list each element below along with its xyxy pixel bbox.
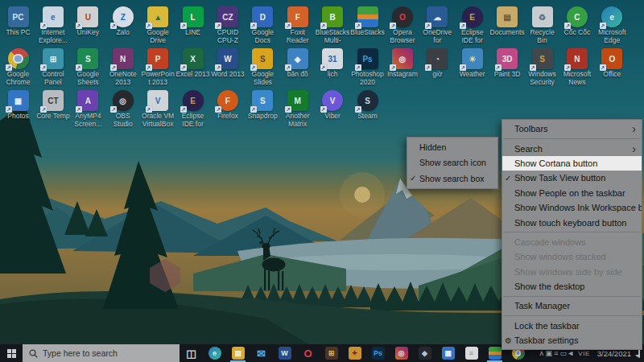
desktop-icon-weather[interactable]: ☀↗Weather — [455, 48, 489, 88]
desktop-icon-recycle-bin[interactable]: ♻Recycle Bin — [525, 6, 559, 47]
desktop-icon-internet-explore[interactable]: e↗Internet Explore... — [35, 6, 70, 47]
menu-item-show-touch-keyboard-button[interactable]: Show touch keyboard button — [502, 215, 642, 229]
menu-item-show-windows-ink-workspace-button[interactable]: Show Windows Ink Workspace button — [502, 200, 642, 215]
desktop-icon-core-temp[interactable]: CT↗Core Temp — [35, 90, 70, 130]
desktop-icon-zalo[interactable]: Z↗Zalo — [105, 6, 140, 47]
menu-separator — [503, 232, 641, 232]
desktop-icon-oracle-vm-virtualbox[interactable]: V↗Oracle VM VirtualBox — [141, 90, 175, 130]
menu-item-toolbars[interactable]: Toolbars› — [502, 121, 642, 136]
desktop-icon-lich[interactable]: 31↗lịch — [316, 48, 350, 88]
desktop-icon-control-panel[interactable]: ⊞↗Control Panel — [35, 48, 70, 88]
desktop-icon-anymp4-screen[interactable]: A↗AnyMP4 Screen... — [71, 90, 105, 130]
desktop-icon-google-docs[interactable]: D↗Google Docs — [246, 6, 280, 47]
desktop-icon-unikey[interactable]: U↗UniKey — [71, 6, 105, 47]
menu-item-show-search-box[interactable]: ✓Show search box — [407, 171, 497, 187]
desktop-icon-viber[interactable]: V↗Viber — [316, 90, 350, 130]
desktop-icon-powerpoint-2013[interactable]: P↗PowerPoint 2013 — [141, 48, 175, 88]
tray-icon-people[interactable]: ▣ — [545, 349, 552, 357]
tray-chevron-icon[interactable]: ∧ — [538, 349, 545, 357]
desktop-icon-this-pc[interactable]: PCThis PC — [1, 6, 35, 47]
taskbar-app-virtualbox[interactable]: ◆ — [413, 344, 436, 362]
tray-icon-pen[interactable]: ≡ — [552, 349, 559, 357]
desktop-icon-microsoft-news[interactable]: N↗Microsoft News — [559, 48, 594, 88]
desktop-icon-windows-security[interactable]: S↗Windows Security — [525, 48, 559, 88]
desktop-icon-google-sheets[interactable]: S↗Google Sheets — [71, 48, 105, 88]
shortcut-arrow-icon: ↗ — [110, 106, 117, 113]
taskbar-app-mail[interactable]: ✉ — [250, 344, 273, 362]
desktop-icon-office[interactable]: O↗Office — [595, 48, 630, 88]
desktop-icon-photos[interactable]: ▦↗Photos — [1, 90, 35, 130]
desktop-icon-onedrive-for-business[interactable]: ☁↗OneDrive for Business — [420, 6, 455, 47]
desktop-icon-foxit-reader[interactable]: F↗Foxit Reader — [280, 6, 315, 47]
tray-icons: ∧▣≡▭◄ — [538, 349, 574, 357]
menu-item-show-cortana-button[interactable]: Show Cortana button — [502, 156, 642, 171]
menu-item-show-windows-stacked[interactable]: Show windows stacked — [502, 249, 642, 264]
desktop-icon-microsoft-edge[interactable]: e↗Microsoft Edge — [595, 6, 630, 47]
desktop-icon-label: Oracle VM VirtualBox — [141, 113, 175, 129]
desktop-icon-snapdrop[interactable]: S↗Snapdrop — [246, 90, 280, 130]
desktop-icon-bluestacks[interactable]: ↗BlueStacks — [350, 6, 385, 47]
taskbar-app-opera[interactable]: O — [296, 344, 320, 362]
desktop-icon-label: AnyMP4 Screen... — [71, 113, 105, 129]
desktop-icon-steam[interactable]: S↗Steam — [350, 90, 385, 130]
menu-item-show-windows-side-by-side[interactable]: Show windows side by side — [502, 265, 642, 279]
menu-item-hidden[interactable]: Hidden — [407, 139, 497, 155]
menu-item-lock-the-taskbar[interactable]: Lock the taskbar — [502, 319, 642, 333]
checkmark-icon: ✓ — [407, 174, 419, 183]
desktop-icon-gio[interactable]: ◔↗giờ — [420, 48, 455, 88]
desktop-icon-obs-studio[interactable]: ◎↗OBS Studio — [105, 90, 140, 130]
shortcut-arrow-icon: ↗ — [40, 64, 47, 71]
desktop-icon-opera-browser[interactable]: O↗Opera Browser — [385, 6, 419, 47]
menu-item-show-task-view-button[interactable]: ✓Show Task View button — [502, 171, 642, 185]
desktop-icon-bluestacks-multi-insta[interactable]: B↗BlueStacks Multi-Insta... — [316, 6, 350, 47]
desktop-icon-google-slides[interactable]: S↗Google Slides — [246, 48, 280, 88]
desktop-icon-line[interactable]: L↗LINE — [175, 6, 210, 47]
desktop-icon-cpuid-cpu-z[interactable]: CZ↗CPUID CPU-Z — [210, 6, 245, 47]
desktop-icon-coc-coc[interactable]: C↗Cốc Cốc — [559, 6, 594, 47]
taskbar-app-instagram[interactable]: ◎ — [390, 344, 413, 362]
desktop-icon-instagram[interactable]: ◎↗Instagram — [385, 48, 419, 88]
desktop-icon-ban-o[interactable]: ◈↗bản đồ — [280, 48, 315, 88]
taskbar-app-word[interactable]: W — [273, 344, 296, 362]
volume-icon[interactable]: ◄ — [567, 349, 574, 357]
taskbar-search-box[interactable]: Type here to search — [23, 344, 180, 362]
taskbar-app-store-bag[interactable]: ⊞ — [320, 344, 343, 362]
taskbar-app-photoshop[interactable]: Ps — [366, 344, 390, 362]
taskbar-app-notepad[interactable]: ≡ — [460, 344, 483, 362]
menu-item-taskbar-settings[interactable]: ⚙Taskbar settings — [502, 333, 642, 348]
menu-item-show-the-desktop[interactable]: Show the desktop — [502, 279, 642, 294]
menu-item-task-manager[interactable]: Task Manager — [502, 298, 642, 313]
battery-icon[interactable]: ▭ — [559, 349, 567, 357]
taskbar-app-file-explorer[interactable]: ▤ — [226, 344, 250, 362]
taskbar-app-game[interactable]: ✦ — [343, 344, 366, 362]
desktop-icon-eclipse-ide-for-java-de[interactable]: E↗Eclipse IDE for Java De... — [455, 6, 489, 47]
desktop-icon-another-matrix-scr[interactable]: M↗Another Matrix Scr... — [280, 90, 315, 130]
desktop-icon-paint-3d[interactable]: 3D↗Paint 3D — [490, 48, 525, 88]
menu-item-show-search-icon[interactable]: Show search icon — [407, 155, 497, 171]
desktop-icon-google-drive[interactable]: ▲↗Google Drive — [141, 6, 175, 47]
menu-item-label: Cascade windows — [514, 237, 642, 247]
action-center-icon[interactable] — [638, 349, 640, 357]
desktop-icon-documents[interactable]: ▤Documents — [490, 6, 525, 47]
desktop-icon-firefox[interactable]: F↗Firefox — [210, 90, 245, 130]
language-indicator[interactable]: VIE — [578, 350, 589, 357]
start-button[interactable] — [0, 344, 23, 362]
menu-item-cascade-windows[interactable]: Cascade windows — [502, 235, 642, 249]
menu-item-show-people-on-the-taskbar[interactable]: Show People on the taskbar — [502, 186, 642, 200]
desktop-icon-word-2013[interactable]: W↗Word 2013 — [210, 48, 245, 88]
menu-item-search[interactable]: Search› — [502, 141, 642, 155]
shortcut-arrow-icon: ↗ — [285, 64, 291, 71]
desktop-icon-onenote-2013[interactable]: N↗OneNote 2013 — [105, 48, 140, 88]
taskbar-app-photos[interactable]: ▦ — [436, 344, 460, 362]
desktop-icon-google-chrome[interactable]: ↗Google Chrome — [1, 48, 35, 88]
desktop-icon-eclipse-ide-for-java-de[interactable]: E↗Eclipse IDE for Java De... — [175, 90, 210, 130]
shortcut-arrow-icon: ↗ — [320, 23, 327, 29]
desktop-icon-excel-2013[interactable]: X↗Excel 2013 — [175, 48, 210, 88]
shortcut-arrow-icon: ↗ — [390, 23, 396, 29]
taskbar-app-edge[interactable]: e — [203, 344, 226, 362]
shortcut-arrow-icon: ↗ — [390, 64, 396, 71]
shortcut-arrow-icon: ↗ — [355, 64, 361, 71]
shortcut-arrow-icon: ↗ — [600, 64, 606, 71]
desktop-icon-photoshop-2020[interactable]: Ps↗Photoshop 2020 — [350, 48, 385, 88]
taskbar-app-task-view[interactable]: ◫ — [180, 344, 203, 362]
